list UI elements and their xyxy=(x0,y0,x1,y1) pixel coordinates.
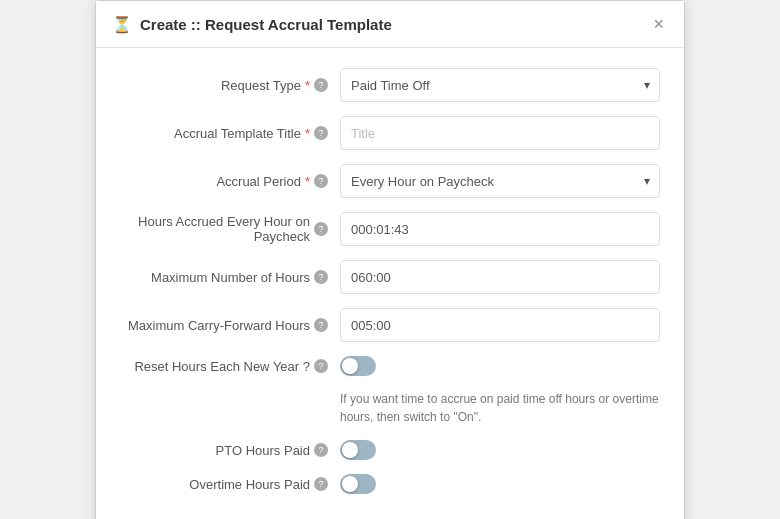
pto-hours-toggle-wrap xyxy=(340,440,660,460)
max-carry-input[interactable] xyxy=(340,308,660,342)
overtime-hours-toggle[interactable] xyxy=(340,474,376,494)
max-carry-help-icon[interactable]: ? xyxy=(314,318,328,332)
request-type-label: Request Type * ? xyxy=(120,78,340,93)
overtime-hours-toggle-knob xyxy=(342,476,358,492)
accrual-period-select-wrap: Every Hour on Paycheck ▾ xyxy=(340,164,660,198)
reset-hours-label: Reset Hours Each New Year ? ? xyxy=(120,359,340,374)
accrual-title-label: Accrual Template Title * ? xyxy=(120,126,340,141)
reset-hours-row: Reset Hours Each New Year ? ? xyxy=(120,356,660,376)
reset-hours-help-icon[interactable]: ? xyxy=(314,359,328,373)
max-hours-row: Maximum Number of Hours ? xyxy=(120,260,660,294)
pto-hours-toggle[interactable] xyxy=(340,440,376,460)
accrual-period-row: Accrual Period * ? Every Hour on Paychec… xyxy=(120,164,660,198)
request-type-row: Request Type * ? Paid Time Off ▾ xyxy=(120,68,660,102)
accrual-period-label: Accrual Period * ? xyxy=(120,174,340,189)
hours-accrued-row: Hours Accrued Every Hour on Paycheck ? xyxy=(120,212,660,246)
max-carry-label: Maximum Carry-Forward Hours ? xyxy=(120,318,340,333)
max-hours-label: Maximum Number of Hours ? xyxy=(120,270,340,285)
accrual-title-input[interactable] xyxy=(340,116,660,150)
accrual-period-control: Every Hour on Paycheck ▾ xyxy=(340,164,660,198)
create-accrual-template-dialog: ⏳ Create :: Request Accrual Template × R… xyxy=(95,0,685,519)
max-carry-row: Maximum Carry-Forward Hours ? xyxy=(120,308,660,342)
max-hours-help-icon[interactable]: ? xyxy=(314,270,328,284)
request-type-help-icon[interactable]: ? xyxy=(314,78,328,92)
pto-hours-help-icon[interactable]: ? xyxy=(314,443,328,457)
reset-hours-toggle[interactable] xyxy=(340,356,376,376)
hours-accrued-control xyxy=(340,212,660,246)
hours-accrued-label: Hours Accrued Every Hour on Paycheck ? xyxy=(120,214,340,244)
accrual-period-help-icon[interactable]: ? xyxy=(314,174,328,188)
accrual-title-help-icon[interactable]: ? xyxy=(314,126,328,140)
dialog-title-text: Create :: Request Accrual Template xyxy=(140,16,392,33)
overtime-hours-row: Overtime Hours Paid ? xyxy=(120,474,660,494)
pto-hours-row: PTO Hours Paid ? xyxy=(120,440,660,460)
overtime-hours-label: Overtime Hours Paid ? xyxy=(120,477,340,492)
request-type-select-wrap: Paid Time Off ▾ xyxy=(340,68,660,102)
helper-text: If you want time to accrue on paid time … xyxy=(340,390,660,426)
pto-hours-label: PTO Hours Paid ? xyxy=(120,443,340,458)
hours-accrued-help-icon[interactable]: ? xyxy=(314,222,328,236)
pto-hours-toggle-knob xyxy=(342,442,358,458)
helper-text-row: If you want time to accrue on paid time … xyxy=(120,390,660,426)
dialog-close-button[interactable]: × xyxy=(649,13,668,35)
max-hours-control xyxy=(340,260,660,294)
dialog-body: Request Type * ? Paid Time Off ▾ Accrual… xyxy=(96,48,684,519)
accrual-title-row: Accrual Template Title * ? xyxy=(120,116,660,150)
accrual-title-control xyxy=(340,116,660,150)
required-indicator: * xyxy=(305,78,310,93)
dialog-title: ⏳ Create :: Request Accrual Template xyxy=(112,15,392,34)
overtime-hours-toggle-wrap xyxy=(340,474,660,494)
request-type-select[interactable]: Paid Time Off xyxy=(340,68,660,102)
max-hours-input[interactable] xyxy=(340,260,660,294)
max-carry-control xyxy=(340,308,660,342)
overtime-hours-help-icon[interactable]: ? xyxy=(314,477,328,491)
accrual-period-select[interactable]: Every Hour on Paycheck xyxy=(340,164,660,198)
hours-accrued-input[interactable] xyxy=(340,212,660,246)
required-indicator: * xyxy=(305,174,310,189)
request-type-control: Paid Time Off ▾ xyxy=(340,68,660,102)
required-indicator: * xyxy=(305,126,310,141)
reset-hours-toggle-knob xyxy=(342,358,358,374)
reset-hours-toggle-wrap xyxy=(340,356,660,376)
hourglass-icon: ⏳ xyxy=(112,15,132,34)
dialog-header: ⏳ Create :: Request Accrual Template × xyxy=(96,1,684,48)
helper-offset xyxy=(120,390,340,426)
